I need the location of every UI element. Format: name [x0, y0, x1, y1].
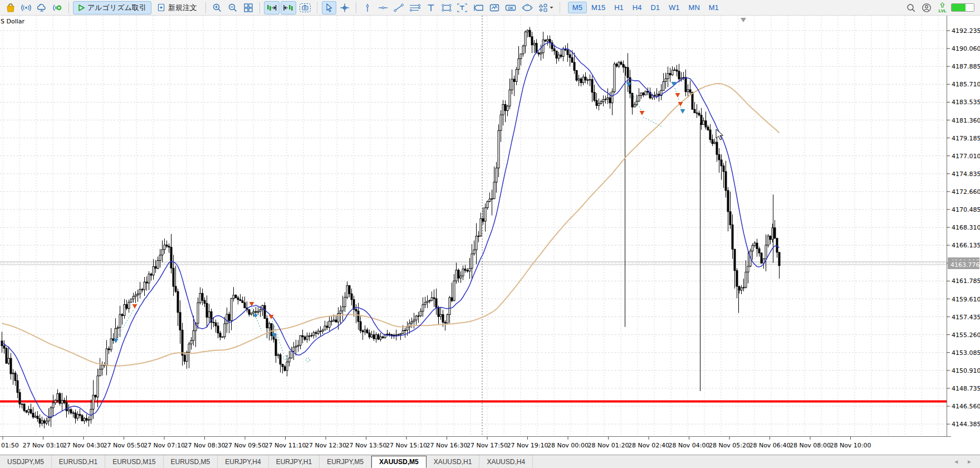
- broadcast-add-button[interactable]: [50, 1, 65, 14]
- algo-trading-button[interactable]: アルゴリズム取引: [73, 1, 151, 14]
- signals-button[interactable]: [19, 1, 33, 14]
- price-axis-label: 4168.310: [952, 224, 980, 231]
- toggle-fill: [952, 4, 966, 11]
- exit-circle-marker: [283, 356, 287, 360]
- price-axis-label: 4183.535: [952, 99, 980, 106]
- channel-tool-button[interactable]: [407, 1, 423, 14]
- buy-arrow-marker: [680, 109, 685, 114]
- chart-tab-eurusd-m15[interactable]: EURUSD,M15: [105, 455, 163, 468]
- chart-tab-eurusd-h1[interactable]: EURUSD,H1: [52, 455, 105, 468]
- button-object-tool-button[interactable]: OK: [503, 1, 518, 14]
- toolbar-separator: [356, 2, 356, 13]
- timeframe-button-mn[interactable]: MN: [684, 2, 704, 13]
- price-axis-label: 4185.710: [952, 81, 980, 88]
- crosshair-icon: [340, 3, 350, 13]
- user-account-icon: [922, 3, 932, 13]
- level-indicator[interactable]: LVL: [938, 2, 947, 13]
- price-label-tool-button[interactable]: [471, 1, 486, 14]
- price-axis-label: 4155.260: [952, 332, 980, 339]
- zoom-out-button[interactable]: [226, 1, 240, 14]
- timeframe-button-w1[interactable]: W1: [664, 2, 684, 13]
- price-chart[interactable]: 4192.2354190.0604187.8854185.7104183.535…: [0, 16, 980, 455]
- toolbar-separator: [68, 2, 69, 13]
- bid-price-badge: 4163.776: [948, 260, 980, 269]
- time-axis-label: 27 Nov 16:30: [426, 442, 467, 449]
- timeframe-button-m1[interactable]: M1: [704, 2, 723, 13]
- time-axis-label: 27 Nov 03:10: [22, 442, 63, 449]
- crosshair-tool-button[interactable]: [337, 1, 352, 14]
- price-axis-label: 4181.360: [952, 117, 980, 124]
- toolbar-separator: [205, 2, 206, 13]
- tab-scroll-left-icon[interactable]: ◄: [953, 459, 959, 465]
- horizontal-line-tool-button[interactable]: [376, 1, 390, 14]
- ok-button-icon: OK: [504, 3, 517, 13]
- shift-chart-left-button[interactable]: [281, 1, 296, 14]
- search-button[interactable]: [904, 1, 918, 14]
- zoom-out-icon: [228, 3, 238, 13]
- sell-arrow-marker: [675, 93, 680, 98]
- toolbar-separator: [259, 2, 260, 13]
- market-bag-button[interactable]: [3, 1, 18, 14]
- timeframe-button-h4[interactable]: H4: [628, 2, 646, 13]
- price-axis-label: 4161.785: [952, 277, 980, 285]
- svg-text:OK: OK: [508, 6, 513, 10]
- tile-windows-button[interactable]: [241, 1, 256, 14]
- shift-chart-right-button[interactable]: [264, 1, 280, 14]
- chart-tab-eurjpy-h4[interactable]: EURJPY,H4: [218, 455, 268, 468]
- play-icon: [78, 4, 85, 11]
- ellipse-tool-button[interactable]: [520, 1, 535, 14]
- slow-ma: [2, 84, 780, 366]
- chart-tab-xauusd-h4[interactable]: XAUUSD,H4: [479, 455, 533, 468]
- trendline-tool-button[interactable]: [391, 1, 406, 14]
- chevron-down-icon: [549, 5, 554, 10]
- shapes-dropdown-button[interactable]: [536, 1, 556, 14]
- time-axis-label: 27 Nov 05:50: [103, 442, 144, 449]
- cloud-button[interactable]: [35, 1, 49, 14]
- account-button[interactable]: [919, 1, 934, 14]
- fast-ma: [2, 42, 780, 417]
- price-axis-label: 4153.085: [952, 349, 980, 357]
- horizontal-line-icon: [378, 3, 389, 13]
- search-icon: [906, 3, 916, 13]
- chart-tab-eurjpy-m5[interactable]: EURJPY,M5: [320, 455, 371, 468]
- chart-tab-xauusd-m5[interactable]: XAUUSD,M5: [371, 456, 427, 468]
- time-axis-label: 28 Nov 05:20: [709, 442, 750, 449]
- cloud-icon: [36, 3, 47, 13]
- text-tool-button[interactable]: [424, 1, 438, 14]
- trendline-icon: [393, 3, 404, 13]
- timeframe-button-h1[interactable]: H1: [610, 2, 628, 13]
- label-tool-button[interactable]: [455, 1, 469, 14]
- time-axis-label: 27 Nov 09:50: [224, 442, 266, 449]
- time-axis-label: 28 Nov 02:40: [628, 442, 669, 449]
- chart-tab-usdjpy-m5[interactable]: USDJPY,M5: [0, 455, 52, 468]
- chart-tab-eurjpy-h1[interactable]: EURJPY,H1: [269, 455, 320, 468]
- price-axis-label: 4146.560: [952, 403, 980, 410]
- indicator-window-tool-button[interactable]: [487, 1, 502, 14]
- time-axis-label: 27 Nov 07:10: [144, 442, 185, 449]
- shopping-bag-icon: [6, 3, 16, 13]
- price-axis-label: 4166.135: [952, 242, 980, 249]
- price-axis-label: 4187.885: [952, 63, 980, 70]
- tab-scroll-arrows: ◄ ►: [945, 455, 980, 468]
- time-axis-label: 27 Nov 19:10: [507, 442, 548, 449]
- candles-arrow-right-icon: [266, 3, 277, 13]
- chart-tab-eurusd-m5[interactable]: EURUSD,M5: [164, 455, 218, 468]
- timeframe-button-d1[interactable]: D1: [646, 2, 664, 13]
- chart-tab-xauusd-h1[interactable]: XAUUSD,H1: [427, 455, 480, 468]
- screenshot-button[interactable]: [297, 1, 313, 14]
- chart-tabbar: USDJPY,M5EURUSD,H1EURUSD,M15EURUSD,M5EUR…: [0, 455, 980, 468]
- connection-level-toggle[interactable]: [951, 3, 974, 12]
- new-order-button[interactable]: 新規注文: [153, 1, 202, 14]
- time-axis-label: 27 Nov 13:50: [345, 442, 386, 449]
- time-axis-label: 27 Nov 04:30: [63, 442, 104, 449]
- vertical-line-tool-button[interactable]: [360, 1, 375, 14]
- cursor-tool-button[interactable]: [322, 1, 336, 14]
- chart-tabs: USDJPY,M5EURUSD,H1EURUSD,M15EURUSD,M5EUR…: [0, 455, 945, 468]
- tab-scroll-right-icon[interactable]: ►: [967, 459, 972, 465]
- timeframe-button-m15[interactable]: M15: [587, 2, 610, 13]
- zoom-in-icon: [212, 3, 222, 13]
- indicator-wave-icon: [489, 3, 500, 13]
- rectangle-tool-button[interactable]: [439, 1, 454, 14]
- timeframe-button-m5[interactable]: M5: [568, 2, 587, 13]
- zoom-in-button[interactable]: [210, 1, 224, 14]
